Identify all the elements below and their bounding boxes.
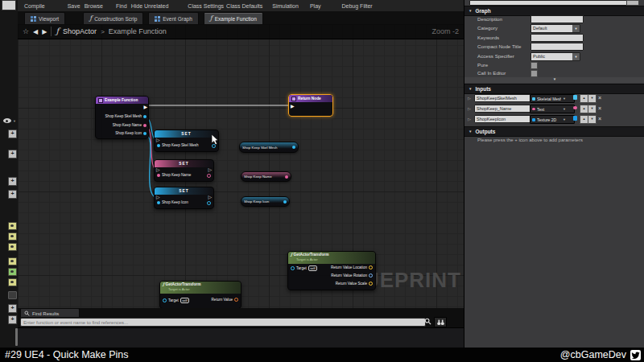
node-set-name[interactable]: SET ▷ ▷ Shop Keep Name (154, 159, 214, 182)
call-in-editor-checkbox[interactable] (530, 70, 538, 77)
output-pin[interactable] (207, 201, 211, 205)
section-expander-icon[interactable]: ▼ (469, 9, 472, 13)
target-self-field[interactable]: self (308, 265, 317, 271)
node-set-icon[interactable]: SET ▷ ▷ Shop Keep Icon (154, 187, 214, 209)
pure-checkbox[interactable] (530, 62, 538, 69)
move-down-button[interactable]: ▼ (588, 94, 597, 103)
node-get-actor-transform-split[interactable]: ƒ GetActorTransform Target is Actor Targ… (287, 251, 376, 290)
add-macro-button[interactable]: + (8, 177, 17, 186)
find-in-blueprints-button[interactable] (434, 317, 447, 327)
move-down-button[interactable]: ▼ (588, 105, 597, 113)
param-type-dropdown[interactable]: Texture 2D ▼ (530, 115, 575, 124)
exec-out-pin[interactable]: ▷ (208, 167, 212, 172)
target-self-field[interactable]: self (180, 298, 189, 303)
param-name-input[interactable]: ShopKeepIcon (474, 115, 530, 123)
pin-shop-keep-skel-mesh[interactable]: Shop Keep Skel Mesh (105, 114, 147, 118)
variable-visibility-toggle[interactable] (8, 232, 17, 241)
output-pin[interactable] (285, 175, 288, 179)
pin-input[interactable]: Shop Keep Icon (157, 200, 188, 204)
nav-back-icon[interactable]: ◀ (33, 28, 38, 35)
pin-shop-keep-icon[interactable]: Shop Keep Icon (115, 131, 147, 135)
tab-event-graph[interactable]: Event Graph (148, 12, 199, 24)
hide-unrelated-button[interactable]: Hide Unrelated (131, 3, 169, 9)
eye-filter-icon[interactable] (3, 118, 11, 123)
breadcrumb-root[interactable]: ShopActor (63, 27, 97, 35)
output-pin[interactable] (292, 146, 295, 149)
description-input[interactable] (530, 15, 584, 23)
class-settings-button[interactable]: Class Settings (188, 3, 224, 9)
add-function-button[interactable]: + (8, 150, 17, 158)
param-type-dropdown[interactable]: Skeletal Mesh ▼ (530, 94, 575, 103)
node-set-skel-mesh[interactable]: SET ▷ ▷ Shop Keep Skel Mesh (154, 130, 219, 152)
tab-construction-script[interactable]: ƒ Construction Scrip (83, 12, 143, 24)
outputs-section-header[interactable]: ▼ Outputs + (464, 126, 644, 137)
details-filter-button[interactable] (626, 0, 639, 6)
tab-example-function[interactable]: ƒ Example Function (204, 12, 263, 24)
section-expander-icon[interactable]: ▼ (469, 130, 472, 134)
pin-input[interactable]: Shop Keep Name (157, 173, 191, 177)
remove-param-button[interactable]: × (598, 115, 601, 122)
exec-out-pin[interactable]: ▷ (208, 195, 212, 200)
browse-button[interactable]: Browse (85, 3, 103, 9)
pin-shop-keep-name[interactable]: Shop Keep Name (113, 123, 147, 127)
output-pin[interactable] (283, 200, 287, 204)
node-get-icon[interactable]: Shop Keep Icon (241, 196, 290, 207)
find-button[interactable]: Find (116, 3, 127, 9)
exec-in-pin[interactable]: ▶ (291, 104, 295, 109)
blueprint-graph-canvas[interactable]: ☆ ◀ ▶ ƒ ShopActor > Example Function Zoo… (18, 24, 464, 308)
play-button[interactable]: Play (310, 3, 321, 9)
param-name-input[interactable]: ShopKeepSkelMesh (474, 94, 530, 102)
variable-visibility-toggle[interactable] (8, 257, 17, 265)
pin-input[interactable]: Shop Keep Skel Mesh (157, 143, 198, 147)
pin-target[interactable]: Target self (291, 265, 317, 271)
class-defaults-button[interactable]: Class Defaults (226, 3, 262, 9)
node-get-skel-mesh[interactable]: Shop Keep Skel Mesh (239, 142, 299, 153)
output-pin[interactable] (207, 174, 211, 178)
compile-button[interactable]: Compile (24, 3, 45, 9)
param-type-dropdown[interactable]: Text ▼ (530, 105, 575, 113)
remove-param-button[interactable]: × (598, 105, 601, 112)
variable-visibility-toggle[interactable] (8, 243, 17, 251)
node-get-name[interactable]: Shop Keep Name (241, 171, 291, 182)
remove-param-button[interactable]: × (598, 94, 601, 101)
keywords-input[interactable] (530, 34, 584, 42)
find-references-input[interactable] (20, 318, 426, 327)
category-dropdown[interactable]: Default ▼ (530, 24, 580, 33)
node-get-actor-transform[interactable]: ƒ GetActorTransform Target is Actor Targ… (159, 281, 242, 308)
exec-in-pin[interactable]: ▷ (156, 138, 160, 142)
debug-filter-dropdown[interactable]: Debug Filter (342, 3, 373, 9)
node-example-function[interactable]: Example Function ▶ Shop Keep Skel Mesh S… (95, 96, 149, 139)
section-expander-icon[interactable]: ▼ (469, 87, 472, 91)
search-icon[interactable] (424, 318, 431, 325)
add-variable-button[interactable]: + (8, 190, 17, 199)
pin-return-value[interactable]: Return Value (212, 298, 238, 302)
bookmark-star-icon[interactable]: ☆ (23, 27, 29, 35)
param-name-input[interactable]: ShopKeep_Name (474, 105, 530, 113)
move-down-button[interactable]: ▼ (588, 115, 597, 124)
access-specifier-dropdown[interactable]: Public ▼ (530, 52, 580, 61)
tab-viewport[interactable]: Viewport (24, 12, 65, 24)
details-search-input[interactable] (469, 0, 627, 6)
pin-return-rotation[interactable]: Return Value Rotation (331, 274, 373, 278)
exec-in-pin[interactable]: ▷ (156, 167, 160, 172)
variable-visibility-toggle[interactable] (8, 268, 17, 276)
add-local-variable-button[interactable]: + (8, 315, 17, 324)
breadcrumb-current[interactable]: Example Function (109, 27, 167, 35)
add-event-dispatcher-button[interactable]: + (8, 304, 17, 313)
exec-out-pin[interactable]: ▶ (143, 105, 147, 109)
compact-node-title-input[interactable] (530, 43, 584, 51)
variable-visibility-toggle[interactable] (8, 278, 17, 286)
row-expander-icon[interactable]: ▷ (468, 96, 471, 101)
pin-return-scale[interactable]: Return Value Scale (336, 282, 373, 286)
exec-in-pin[interactable]: ▷ (156, 195, 160, 200)
node-return[interactable]: Return Node ▶ (288, 94, 333, 117)
section-more-expander[interactable]: ▼ (464, 77, 644, 83)
add-graph-button[interactable]: + (8, 130, 17, 138)
pin-target[interactable]: Target self (163, 298, 189, 303)
simulation-button[interactable]: Simulation (272, 3, 299, 9)
variable-visibility-toggle[interactable] (8, 222, 17, 230)
pin-return-location[interactable]: Return Value Location (331, 265, 373, 269)
nav-forward-icon[interactable]: ▶ (42, 28, 47, 35)
eye-filter-dropdown-icon[interactable]: ▼ (13, 119, 16, 123)
row-expander-icon[interactable]: ▷ (468, 106, 471, 111)
